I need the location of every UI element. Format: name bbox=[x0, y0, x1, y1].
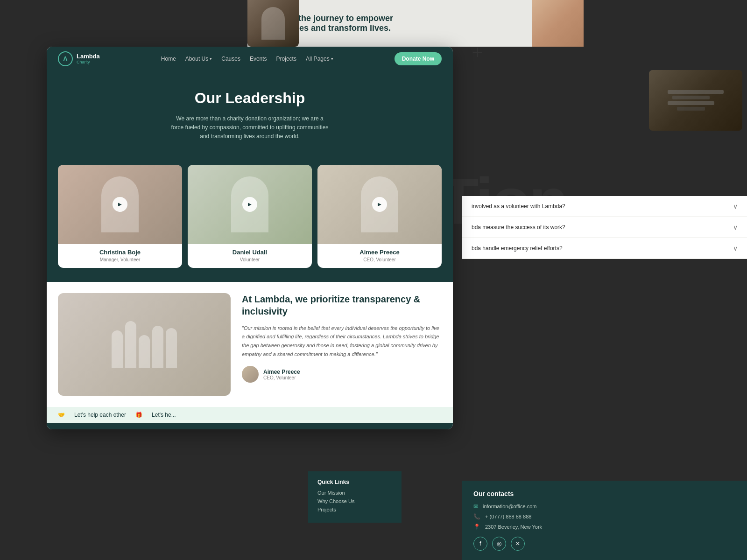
nav-allpages[interactable]: All Pages ▾ bbox=[306, 56, 333, 62]
nav-links: Home About Us ▾ Causes Events Projects A… bbox=[161, 56, 333, 62]
footer-nav-projects[interactable]: Projects bbox=[317, 507, 392, 512]
team-card-img-2: ▶ bbox=[188, 165, 312, 244]
footer-nav-title: Quick Links bbox=[317, 479, 392, 485]
social-icons-row: f ◎ ✕ bbox=[473, 537, 736, 551]
footer-hands-icon: 🤝 bbox=[58, 412, 65, 418]
footer-strip-text1: Let's help each other bbox=[74, 412, 126, 418]
logo-area[interactable]: Λ Lambda Charity bbox=[58, 51, 100, 66]
top-person-image bbox=[247, 0, 299, 47]
team-member-name-2: Daniel Udall bbox=[188, 249, 312, 256]
team-member-role-2: Volunteer bbox=[188, 257, 312, 262]
contact-email: information@office.com bbox=[483, 504, 537, 509]
hero-description: We are more than a charity donation orga… bbox=[170, 114, 329, 141]
content-heading: At Lambda, we prioritize transparency & … bbox=[242, 293, 442, 317]
footer-strip-text2: Let's he... bbox=[152, 412, 176, 418]
donate-button[interactable]: Donate Now bbox=[395, 52, 442, 65]
contacts-section: Our contacts ✉ information@office.com 📞 … bbox=[462, 481, 747, 560]
nav-projects[interactable]: Projects bbox=[276, 56, 296, 62]
nav-about-chevron: ▾ bbox=[210, 56, 212, 61]
phone-icon: 📞 bbox=[473, 513, 480, 520]
play-button-3[interactable]: ▶ bbox=[372, 197, 387, 212]
team-card-img-1: ▶ bbox=[58, 165, 182, 244]
browser-window: Λ Lambda Charity Home About Us ▾ Causes … bbox=[47, 47, 453, 429]
contact-email-row: ✉ information@office.com bbox=[473, 503, 736, 510]
instagram-icon[interactable]: ◎ bbox=[492, 537, 506, 551]
footer-nav-why[interactable]: Why Choose Us bbox=[317, 498, 392, 504]
contact-address-row: 📍 2307 Beverley, New York bbox=[473, 524, 736, 530]
team-member-role-3: CEO, Volunteer bbox=[317, 257, 442, 262]
footer-gift-icon: 🎁 bbox=[135, 412, 142, 418]
team-card-2: ▶ Daniel Udall Volunteer bbox=[188, 165, 312, 268]
author-name: Aimee Preece bbox=[263, 369, 300, 375]
nav-allpages-chevron: ▾ bbox=[331, 56, 333, 61]
faq-chevron-3: ∨ bbox=[733, 245, 738, 252]
faq-chevron-2: ∨ bbox=[733, 224, 738, 231]
logo-circle: Λ bbox=[58, 51, 73, 66]
nav-home[interactable]: Home bbox=[161, 56, 176, 62]
author-avatar bbox=[242, 366, 259, 383]
faq-item-1[interactable]: involved as a volunteer with Lambda? ∨ bbox=[462, 196, 747, 217]
team-member-name-1: Christina Boje bbox=[58, 249, 182, 256]
logo-name: Lambda bbox=[77, 53, 100, 60]
footer-nav-mission[interactable]: Our Mission bbox=[317, 490, 392, 496]
nav-causes[interactable]: Causes bbox=[221, 56, 240, 62]
contact-phone-row: 📞 + (0777) 888 88 888 bbox=[473, 513, 736, 520]
team-member-name-3: Aimee Preece bbox=[317, 249, 442, 256]
plus-icon: + bbox=[472, 42, 483, 63]
content-image bbox=[58, 293, 231, 396]
contacts-title: Our contacts bbox=[473, 490, 736, 497]
navbar: Λ Lambda Charity Home About Us ▾ Causes … bbox=[47, 47, 453, 71]
logo-sub: Charity bbox=[77, 60, 100, 64]
content-text: At Lambda, we prioritize transparency & … bbox=[242, 293, 442, 396]
play-button-2[interactable]: ▶ bbox=[242, 197, 257, 212]
team-cards: ▶ Christina Boje Manager, Volunteer ▶ Da… bbox=[58, 165, 442, 268]
top-right-image bbox=[532, 0, 584, 47]
content-author: Aimee Preece CEO, Volunteer bbox=[242, 366, 442, 383]
destruction-image bbox=[649, 70, 742, 131]
email-icon: ✉ bbox=[473, 503, 478, 510]
nav-about[interactable]: About Us ▾ bbox=[185, 56, 212, 62]
hero-title: Our Leadership bbox=[58, 90, 442, 107]
footer-nav: Quick Links Our Mission Why Choose Us Pr… bbox=[308, 471, 402, 523]
contact-phone: + (0777) 888 88 888 bbox=[485, 514, 531, 519]
content-section: At Lambda, we prioritize transparency & … bbox=[47, 282, 453, 407]
content-quote: "Our mission is rooted in the belief tha… bbox=[242, 324, 442, 359]
team-card-img-3: ▶ bbox=[317, 165, 442, 244]
contact-address: 2307 Beverley, New York bbox=[485, 524, 542, 530]
team-section: ▶ Christina Boje Manager, Volunteer ▶ Da… bbox=[47, 155, 453, 282]
team-card-3: ▶ Aimee Preece CEO, Volunteer bbox=[317, 165, 442, 268]
play-button-1[interactable]: ▶ bbox=[113, 197, 127, 212]
team-member-role-1: Manager, Volunteer bbox=[58, 257, 182, 262]
faq-item-2[interactable]: bda measure the success of its work? ∨ bbox=[462, 217, 747, 238]
author-role: CEO, Volunteer bbox=[263, 375, 300, 380]
faq-section: involved as a volunteer with Lambda? ∨ b… bbox=[462, 196, 747, 259]
nav-events[interactable]: Events bbox=[250, 56, 267, 62]
twitter-icon[interactable]: ✕ bbox=[511, 537, 525, 551]
faq-chevron-1: ∨ bbox=[733, 203, 738, 210]
newsletter-section: gap between those in need and those will… bbox=[47, 423, 453, 429]
location-icon: 📍 bbox=[473, 524, 480, 530]
hero-section: Our Leadership We are more than a charit… bbox=[47, 71, 453, 155]
faq-item-3[interactable]: bda handle emergency relief efforts? ∨ bbox=[462, 238, 747, 259]
footer-strip: 🤝 Let's help each other 🎁 Let's he... bbox=[47, 407, 453, 423]
facebook-icon[interactable]: f bbox=[473, 537, 487, 551]
team-card-1: ▶ Christina Boje Manager, Volunteer bbox=[58, 165, 182, 268]
